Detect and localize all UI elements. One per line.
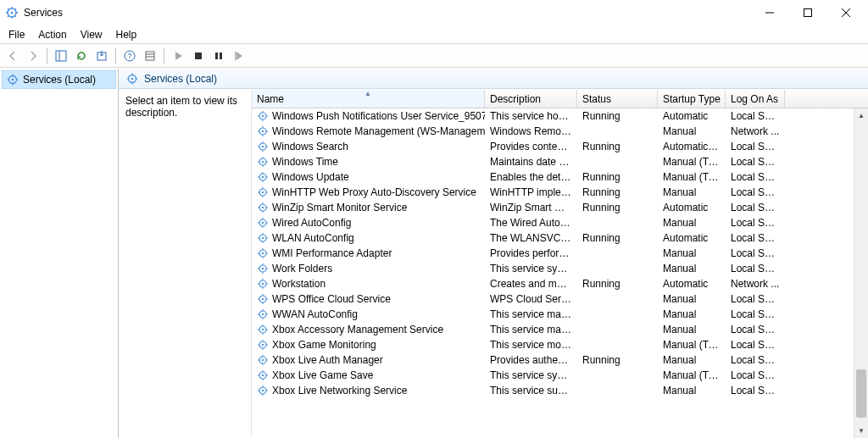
service-row[interactable]: Xbox Live Auth ManagerProvides authenti.… xyxy=(252,352,854,368)
scrollbar-track[interactable] xyxy=(854,123,868,424)
column-header-description[interactable]: Description xyxy=(485,90,577,108)
service-logon: Local Syst... xyxy=(726,141,785,152)
svg-point-25 xyxy=(262,176,264,178)
menu-action[interactable]: Action xyxy=(31,25,73,43)
vertical-scrollbar[interactable]: ▲ ▼ xyxy=(854,108,868,438)
gear-icon xyxy=(257,308,269,320)
service-name: WWAN AutoConfig xyxy=(272,308,358,320)
service-row[interactable]: WMI Performance AdapterProvides perform.… xyxy=(252,246,854,261)
scroll-up-icon[interactable]: ▲ xyxy=(854,108,868,123)
service-description: WPS Cloud Service xyxy=(485,293,577,305)
service-description: Provides authenti... xyxy=(485,354,577,366)
service-name: Xbox Live Networking Service xyxy=(272,385,407,396)
service-row[interactable]: Xbox Live Game SaveThis service syncs...… xyxy=(252,368,854,383)
scroll-down-icon[interactable]: ▼ xyxy=(854,424,868,438)
service-row[interactable]: WorkstationCreates and main...RunningAut… xyxy=(252,276,854,291)
gear-icon xyxy=(257,186,269,198)
service-status: Running xyxy=(577,110,658,122)
service-startup: Automatic xyxy=(658,278,726,290)
service-name: Xbox Live Game Save xyxy=(272,369,373,381)
service-startup: Automatic xyxy=(658,110,726,122)
service-startup: Manual (Tri... xyxy=(658,369,726,381)
properties-button[interactable] xyxy=(141,47,159,65)
svg-rect-8 xyxy=(195,53,202,59)
service-name: Xbox Accessory Management Service xyxy=(272,324,443,335)
service-row[interactable]: WLAN AutoConfigThe WLANSVC se...RunningA… xyxy=(252,230,854,246)
column-header-logon[interactable]: Log On As xyxy=(726,90,785,108)
gear-icon xyxy=(257,141,269,152)
service-row[interactable]: Windows Remote Management (WS-Managem...… xyxy=(252,124,854,139)
stop-service-button[interactable] xyxy=(189,47,208,65)
service-startup: Manual xyxy=(658,354,726,366)
nav-forward-button xyxy=(24,47,42,65)
service-row[interactable]: Xbox Game MonitoringThis service moni...… xyxy=(252,337,854,352)
svg-point-49 xyxy=(262,359,264,361)
play-icon xyxy=(173,51,183,61)
pause-service-button[interactable] xyxy=(209,47,228,65)
service-row[interactable]: WPS Office Cloud ServiceWPS Cloud Servic… xyxy=(252,291,854,307)
service-row[interactable]: Xbox Accessory Management ServiceThis se… xyxy=(252,322,854,337)
svg-point-47 xyxy=(262,344,264,346)
service-description: This service supp... xyxy=(485,385,577,396)
content-pane: Services (Local) Select an item to view … xyxy=(119,69,868,438)
tree-node-label: Services (Local) xyxy=(23,74,96,86)
minimize-button[interactable] xyxy=(750,0,788,25)
service-row[interactable]: Windows SearchProvides content ...Runnin… xyxy=(252,139,854,154)
gear-icon xyxy=(257,385,269,396)
svg-point-53 xyxy=(262,390,264,391)
service-startup: Manual xyxy=(658,293,726,305)
svg-rect-10 xyxy=(220,53,222,59)
service-row[interactable]: Windows TimeMaintains date a...Manual (T… xyxy=(252,154,854,169)
service-row[interactable]: Wired AutoConfigThe Wired AutoC...Manual… xyxy=(252,215,854,230)
svg-rect-11 xyxy=(235,52,236,60)
service-startup: Manual xyxy=(658,385,726,396)
properties-icon xyxy=(144,50,156,62)
service-row[interactable]: Work FoldersThis service syncs...ManualL… xyxy=(252,261,854,276)
gear-icon xyxy=(5,6,19,19)
svg-point-15 xyxy=(131,77,134,80)
service-startup: Manual xyxy=(658,247,726,259)
tree-node-services-local[interactable]: Services (Local) xyxy=(2,70,116,89)
maximize-button[interactable] xyxy=(788,0,826,25)
service-startup: Manual (Tri... xyxy=(658,156,726,168)
refresh-button[interactable] xyxy=(72,47,91,65)
show-hide-tree-button[interactable] xyxy=(52,47,70,65)
close-button[interactable] xyxy=(826,0,865,25)
nav-back-button xyxy=(3,47,22,65)
gear-icon xyxy=(257,339,269,351)
service-row[interactable]: Windows UpdateEnables the detec...Runnin… xyxy=(252,169,854,185)
service-row[interactable]: Xbox Live Networking ServiceThis service… xyxy=(252,383,854,398)
menu-view[interactable]: View xyxy=(74,25,109,43)
svg-point-13 xyxy=(12,79,14,81)
scrollbar-thumb[interactable] xyxy=(856,369,866,418)
service-startup: Manual xyxy=(658,125,726,137)
service-status: Running xyxy=(577,186,658,198)
column-header-startup[interactable]: Startup Type xyxy=(658,90,726,108)
service-name: Windows Remote Management (WS-Managem... xyxy=(272,125,485,137)
menu-help[interactable]: Help xyxy=(109,25,144,43)
sort-asc-icon: ▲ xyxy=(364,90,371,97)
service-description: This service moni... xyxy=(485,339,577,351)
service-startup: Manual xyxy=(658,217,726,229)
svg-point-51 xyxy=(262,374,264,376)
gear-icon xyxy=(257,247,269,259)
svg-point-19 xyxy=(262,130,264,132)
service-name: Wired AutoConfig xyxy=(272,217,351,229)
export-list-button[interactable] xyxy=(92,47,111,65)
title-bar: Services xyxy=(0,0,868,25)
service-row[interactable]: Windows Push Notifications User Service_… xyxy=(252,108,854,124)
service-logon: Local Syst... xyxy=(726,339,785,351)
service-row[interactable]: WWAN AutoConfigThis service mana...Manua… xyxy=(252,307,854,322)
toolbar-separator xyxy=(164,48,164,64)
service-logon: Local Serv... xyxy=(726,156,785,168)
svg-rect-7 xyxy=(146,52,154,60)
menu-file[interactable]: File xyxy=(2,25,31,43)
column-header-status[interactable]: Status xyxy=(577,90,658,108)
service-row[interactable]: WinZip Smart Monitor ServiceWinZip Smart… xyxy=(252,200,854,215)
column-header-name[interactable]: Name ▲ xyxy=(252,90,485,108)
service-row[interactable]: WinHTTP Web Proxy Auto-Discovery Service… xyxy=(252,185,854,200)
help-button[interactable]: ? xyxy=(120,47,139,65)
svg-text:?: ? xyxy=(127,52,131,60)
service-logon: Local Serv... xyxy=(726,308,785,320)
svg-point-17 xyxy=(262,115,264,117)
